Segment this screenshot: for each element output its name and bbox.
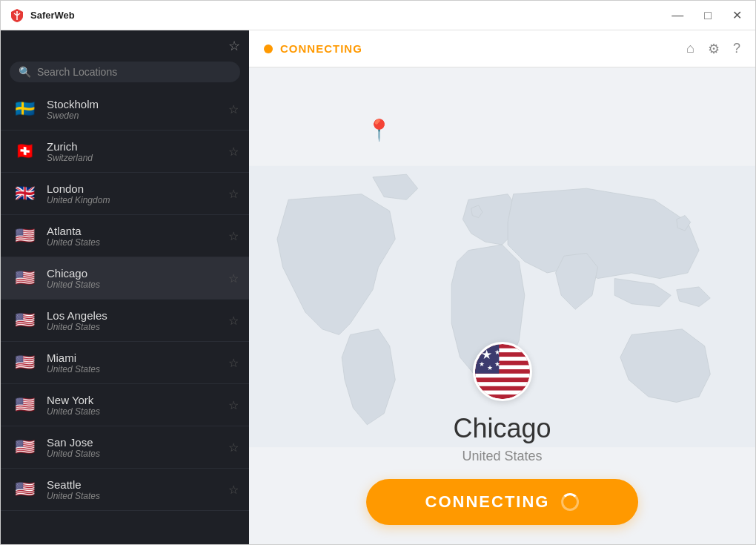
- connect-button-label: CONNECTING: [425, 492, 550, 512]
- map-pin: 📍: [366, 118, 392, 142]
- location-info: SeattleUnited States: [47, 478, 228, 501]
- flag-emoji: 🇺🇸: [15, 439, 35, 455]
- window-controls: — □ ✕: [667, 8, 746, 23]
- flag-emoji: 🇬🇧: [15, 185, 35, 202]
- flag-circle: 🇬🇧: [11, 180, 38, 207]
- location-item[interactable]: 🇺🇸Los AngelesUnited States☆: [1, 300, 249, 342]
- connect-button-wrap: CONNECTING: [366, 479, 639, 525]
- selected-location-display: ★ ★ ★ ★ ★ ★ Chicago United States: [453, 342, 551, 464]
- favorite-star[interactable]: ☆: [228, 356, 239, 370]
- selected-city-name: Chicago: [453, 413, 551, 444]
- location-country: Switzerland: [47, 153, 228, 163]
- location-info: San JoseUnited States: [47, 436, 228, 459]
- flag-emoji: 🇺🇸: [15, 270, 35, 286]
- status-dot: [264, 44, 273, 53]
- flag-emoji: 🇺🇸: [15, 354, 35, 371]
- favorite-star[interactable]: ☆: [228, 271, 239, 285]
- favorite-star[interactable]: ☆: [228, 102, 239, 116]
- location-info: ZurichSwitzerland: [47, 140, 228, 163]
- help-icon[interactable]: ?: [733, 41, 740, 57]
- svg-rect-3: [475, 349, 530, 353]
- svg-text:★: ★: [486, 364, 492, 371]
- flag-emoji: 🇺🇸: [15, 312, 35, 328]
- location-country: United States: [47, 491, 228, 501]
- location-item[interactable]: 🇺🇸San JoseUnited States☆: [1, 426, 249, 469]
- svg-text:★: ★: [494, 360, 500, 368]
- flag-circle: 🇸🇪: [11, 96, 38, 122]
- favorite-star[interactable]: ☆: [228, 398, 239, 412]
- app-logo: [10, 8, 24, 23]
- location-item[interactable]: 🇺🇸ChicagoUnited States☆: [1, 257, 249, 300]
- location-info: MiamiUnited States: [47, 351, 228, 374]
- svg-rect-12: [475, 386, 530, 391]
- svg-rect-11: [475, 382, 530, 386]
- location-city: Miami: [47, 351, 228, 364]
- location-city: Atlanta: [47, 225, 228, 237]
- flag-circle: 🇺🇸: [11, 349, 38, 376]
- location-info: StockholmSweden: [47, 98, 228, 121]
- svg-text:★: ★: [478, 349, 484, 356]
- loading-spinner: [561, 493, 579, 511]
- location-info: AtlantaUnited States: [47, 225, 228, 248]
- settings-icon[interactable]: ⚙: [708, 41, 720, 57]
- location-item[interactable]: 🇺🇸New YorkUnited States☆: [1, 384, 249, 426]
- favorite-star[interactable]: ☆: [228, 314, 239, 328]
- top-bar: CONNECTING ⌂ ⚙ ?: [249, 30, 755, 67]
- location-country: United States: [47, 237, 228, 248]
- home-icon[interactable]: ⌂: [686, 41, 694, 57]
- svg-rect-10: [475, 378, 530, 383]
- close-button[interactable]: ✕: [728, 8, 746, 23]
- minimize-button[interactable]: —: [667, 8, 688, 23]
- world-map: [249, 67, 755, 545]
- search-icon: 🔍: [19, 66, 31, 78]
- favorites-icon[interactable]: ☆: [228, 38, 240, 54]
- location-info: Los AngelesUnited States: [47, 309, 228, 332]
- location-city: London: [47, 182, 228, 195]
- search-input[interactable]: [37, 66, 231, 78]
- main-content: CONNECTING ⌂ ⚙ ?: [249, 30, 755, 545]
- location-item[interactable]: 🇸🇪StockholmSweden☆: [1, 88, 249, 131]
- flag-emoji: 🇺🇸: [15, 481, 35, 498]
- favorite-star[interactable]: ☆: [228, 145, 239, 159]
- location-country: Sweden: [47, 110, 228, 121]
- connect-button[interactable]: CONNECTING: [366, 479, 639, 525]
- location-info: LondonUnited Kingdom: [47, 182, 228, 205]
- title-bar: SaferWeb — □ ✕: [1, 1, 755, 30]
- location-city: New York: [47, 394, 228, 406]
- location-city: Chicago: [47, 267, 228, 280]
- flag-circle: 🇺🇸: [11, 434, 38, 460]
- favorite-star[interactable]: ☆: [228, 440, 239, 455]
- sidebar-header: ☆: [1, 30, 249, 62]
- location-item[interactable]: 🇺🇸SeattleUnited States☆: [1, 469, 249, 511]
- app-title: SaferWeb: [30, 10, 667, 21]
- location-info: New YorkUnited States: [47, 394, 228, 417]
- favorite-star[interactable]: ☆: [228, 229, 239, 243]
- location-country: United States: [47, 322, 228, 332]
- svg-text:★: ★: [494, 349, 500, 356]
- flag-emoji: 🇺🇸: [15, 228, 35, 244]
- location-item[interactable]: 🇺🇸AtlantaUnited States☆: [1, 215, 249, 257]
- location-item[interactable]: 🇺🇸MiamiUnited States☆: [1, 342, 249, 384]
- location-country: United States: [47, 449, 228, 459]
- location-item[interactable]: 🇬🇧LondonUnited Kingdom☆: [1, 173, 249, 215]
- status-label: CONNECTING: [280, 42, 686, 55]
- location-list: 🇸🇪StockholmSweden☆🇨🇭ZurichSwitzerland☆🇬🇧…: [1, 88, 249, 545]
- flag-emoji: 🇨🇭: [15, 143, 35, 159]
- svg-rect-14: [475, 394, 530, 399]
- flag-circle: 🇺🇸: [11, 476, 38, 503]
- svg-rect-13: [475, 391, 530, 395]
- favorite-star[interactable]: ☆: [228, 483, 239, 497]
- search-bar[interactable]: 🔍: [10, 62, 240, 82]
- selected-flag-large: ★ ★ ★ ★ ★ ★: [473, 342, 532, 401]
- location-city: Zurich: [47, 140, 228, 153]
- maximize-button[interactable]: □: [700, 8, 716, 23]
- location-country: United Kingdom: [47, 195, 228, 205]
- flag-circle: 🇺🇸: [11, 265, 38, 291]
- location-country: United States: [47, 406, 228, 417]
- favorite-star[interactable]: ☆: [228, 187, 239, 201]
- location-item[interactable]: 🇨🇭ZurichSwitzerland☆: [1, 131, 249, 173]
- flag-emoji: 🇸🇪: [15, 101, 35, 117]
- location-city: Stockholm: [47, 98, 228, 110]
- app-body: ☆ 🔍 🇸🇪StockholmSweden☆🇨🇭ZurichSwitzerlan…: [1, 30, 755, 545]
- flag-circle: 🇺🇸: [11, 222, 38, 249]
